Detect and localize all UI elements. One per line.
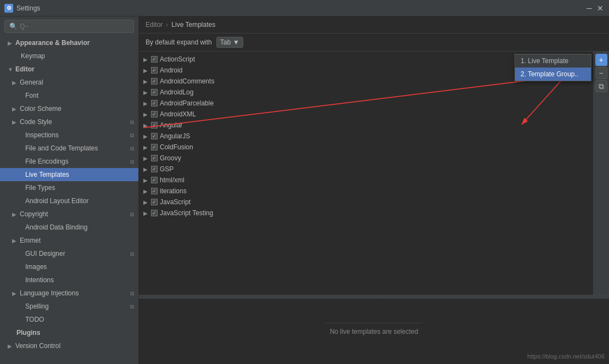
sidebar-item-appearance[interactable]: Appearance & Behavior xyxy=(0,36,138,49)
copy-icon-gui-designer: ⧉ xyxy=(130,250,134,258)
group-arrow-javascript xyxy=(143,199,149,205)
template-group-javascript-testing[interactable]: JavaScript Testing xyxy=(139,208,593,219)
group-arrow-angular xyxy=(143,122,149,128)
content-area: Editor › Live Templates By default expan… xyxy=(139,16,609,364)
sidebar-item-label-general: General xyxy=(20,77,43,87)
group-checkbox-coldfusion[interactable] xyxy=(151,144,158,150)
sidebar-item-label-inspections: Inspections xyxy=(25,130,59,140)
sidebar-item-label-copyright: Copyright xyxy=(20,209,48,219)
group-checkbox-javascript[interactable] xyxy=(151,199,158,205)
group-checkbox-android[interactable] xyxy=(151,67,158,74)
add-template-button[interactable]: + xyxy=(595,54,607,66)
expand-with-select[interactable]: Tab ▼ xyxy=(216,37,243,48)
watermark: https://blog.csdn.net/sdut406 xyxy=(527,353,605,360)
sidebar-item-general[interactable]: General xyxy=(0,76,138,89)
template-group-coldfusion[interactable]: ColdFusion xyxy=(139,142,593,153)
sidebar-item-intentions[interactable]: Intentions xyxy=(0,273,138,287)
group-checkbox-javascript-testing[interactable] xyxy=(151,210,158,216)
sidebar-item-label-version-control: Version Control xyxy=(15,341,60,351)
dropdown-item-template-group[interactable]: 2. Template Group.. xyxy=(515,68,591,81)
template-group-javascript[interactable]: JavaScript xyxy=(139,197,593,208)
sidebar-item-gui-designer[interactable]: GUI Designer⧉ xyxy=(0,247,138,260)
group-checkbox-angularjs[interactable] xyxy=(151,133,158,139)
copy-icon-copyright: ⧉ xyxy=(130,210,134,219)
group-checkbox-htmlxml[interactable] xyxy=(151,177,158,183)
template-group-angular[interactable]: Angular xyxy=(139,120,593,131)
sidebar-item-code-style[interactable]: Code Style⧉ xyxy=(0,115,138,128)
add-dropdown: 1. Live Template2. Template Group.. xyxy=(515,54,591,81)
group-checkbox-androidcomments[interactable] xyxy=(151,78,158,85)
tree-arrow-version-control xyxy=(8,342,13,350)
no-templates-status: No live templates are selected xyxy=(326,323,423,340)
sidebar-item-font[interactable]: Font xyxy=(0,89,138,102)
sidebar-item-images[interactable]: Images xyxy=(0,260,138,273)
sidebar-item-color-scheme[interactable]: Color Scheme xyxy=(0,102,138,115)
sidebar-item-keymap[interactable]: Keymap xyxy=(0,49,138,63)
remove-template-button[interactable]: − xyxy=(595,67,607,79)
settings-icon: ⚙ xyxy=(4,4,13,13)
template-group-androidlog[interactable]: AndroidLog xyxy=(139,87,593,98)
sidebar-item-todo[interactable]: TODO xyxy=(0,313,138,326)
sidebar-item-label-keymap: Keymap xyxy=(21,51,45,61)
group-checkbox-gsp[interactable] xyxy=(151,166,158,172)
search-icon: 🔍 xyxy=(9,23,18,30)
group-checkbox-actionscript[interactable] xyxy=(151,56,158,63)
search-input[interactable] xyxy=(20,23,129,30)
sidebar-item-inspections[interactable]: Inspections⧉ xyxy=(0,128,138,142)
sidebar-item-copyright[interactable]: Copyright⧉ xyxy=(0,208,138,221)
template-group-gsp[interactable]: GSP xyxy=(139,164,593,175)
group-arrow-iterations xyxy=(143,188,149,194)
group-arrow-groovy xyxy=(143,155,149,161)
sidebar-item-android-data[interactable]: Android Data Binding xyxy=(0,221,138,234)
sidebar-item-label-spelling: Spelling xyxy=(25,301,49,311)
sidebar-item-file-code-templates[interactable]: File and Code Templates⧉ xyxy=(0,142,138,155)
sidebar-item-label-live-templates: Live Templates xyxy=(25,170,69,180)
right-buttons: + − ⧉ xyxy=(593,52,609,295)
group-arrow-actionscript xyxy=(143,57,149,63)
template-group-groovy[interactable]: Groovy xyxy=(139,153,593,164)
group-label-htmlxml: html/xml xyxy=(160,176,185,184)
copy-icon-spelling: ⧉ xyxy=(130,303,134,311)
group-checkbox-angular[interactable] xyxy=(151,122,158,128)
group-arrow-htmlxml xyxy=(143,177,149,183)
copy-template-button[interactable]: ⧉ xyxy=(595,80,607,92)
toolbar-label: By default expand with xyxy=(146,38,212,46)
template-group-htmlxml[interactable]: html/xml xyxy=(139,175,593,186)
template-list: ActionScriptAndroidAndroidCommentsAndroi… xyxy=(139,52,593,295)
group-checkbox-iterations[interactable] xyxy=(151,188,158,194)
sidebar-item-label-todo: TODO xyxy=(25,315,44,324)
sidebar-item-android-layout[interactable]: Android Layout Editor xyxy=(0,194,138,208)
minimize-button[interactable]: ─ xyxy=(585,4,594,13)
template-group-angularjs[interactable]: AngularJS xyxy=(139,131,593,142)
close-button[interactable]: ✕ xyxy=(596,4,605,13)
copy-icon-inspections: ⧉ xyxy=(130,131,134,139)
sidebar-item-label-emmet: Emmet xyxy=(20,236,41,245)
sidebar-item-file-encodings[interactable]: File Encodings⧉ xyxy=(0,155,138,168)
sidebar-item-plugins[interactable]: Plugins xyxy=(0,326,138,339)
sidebar-item-emmet[interactable]: Emmet xyxy=(0,234,138,247)
sidebar-item-file-types[interactable]: File Types xyxy=(0,181,138,194)
template-group-androidxml[interactable]: AndroidXML xyxy=(139,109,593,120)
title-bar: ⚙ Settings ─ ✕ xyxy=(0,0,609,16)
group-arrow-android xyxy=(143,68,149,74)
template-group-iterations[interactable]: iterations xyxy=(139,186,593,197)
group-checkbox-androidparcelable[interactable] xyxy=(151,100,158,107)
dropdown-item-live-template[interactable]: 1. Live Template xyxy=(515,54,591,68)
copy-icon-file-code-templates: ⧉ xyxy=(130,144,134,153)
sidebar-item-live-templates[interactable]: Live Templates xyxy=(0,168,138,181)
group-checkbox-androidlog[interactable] xyxy=(151,89,158,96)
sidebar-item-label-file-types: File Types xyxy=(25,183,55,193)
sidebar-item-spelling[interactable]: Spelling⧉ xyxy=(0,300,138,313)
group-checkbox-androidxml[interactable] xyxy=(151,111,158,117)
template-group-androidparcelable[interactable]: AndroidParcelable xyxy=(139,98,593,109)
group-label-gsp: GSP xyxy=(160,165,174,173)
sidebar-item-editor[interactable]: Editor xyxy=(0,63,138,76)
template-list-area: ActionScriptAndroidAndroidCommentsAndroi… xyxy=(139,52,609,295)
dropdown-items: 1. Live Template2. Template Group.. xyxy=(515,54,591,81)
window-controls: ─ ✕ xyxy=(585,4,605,13)
group-label-javascript: JavaScript xyxy=(160,198,191,206)
sidebar-item-version-control[interactable]: Version Control xyxy=(0,339,138,352)
sidebar-item-language-injections[interactable]: Language Injections⧉ xyxy=(0,287,138,300)
group-checkbox-groovy[interactable] xyxy=(151,155,158,161)
search-box[interactable]: 🔍 xyxy=(4,20,134,33)
